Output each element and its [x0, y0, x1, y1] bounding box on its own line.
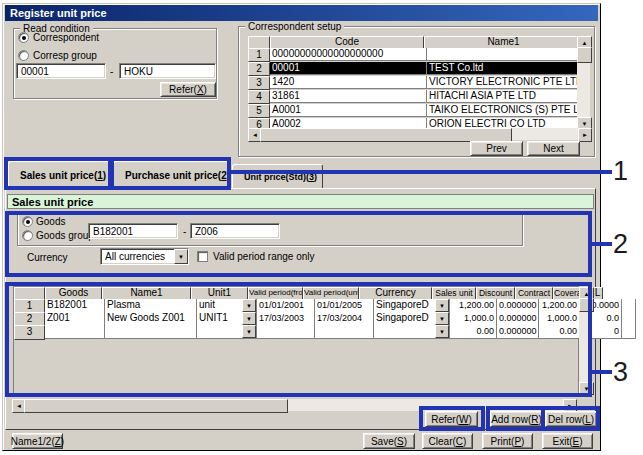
cell-l[interactable] — [622, 312, 636, 326]
code-name-separator: - — [110, 66, 113, 77]
cell-code[interactable]: A0001 — [270, 104, 427, 117]
annotation-label-3: 3 — [613, 359, 628, 386]
row-num: 6 — [248, 118, 270, 128]
annotation-line-3 — [590, 370, 612, 374]
cell-code[interactable]: 31861 — [270, 90, 427, 103]
vscroll-thumb[interactable] — [577, 47, 592, 63]
annotation-box-1a — [4, 157, 112, 190]
cell-code[interactable]: 00001 — [270, 62, 427, 75]
row-num: 4 — [248, 90, 270, 104]
corresp-group-radio[interactable] — [18, 50, 29, 61]
correspondent-radio[interactable] — [18, 32, 29, 43]
cell-name1[interactable]: TAIKO ELECTRONICS (S) PTE LTD — [427, 104, 577, 117]
cell-name1[interactable]: HITACHI ASIA PTE LTD — [427, 90, 577, 103]
screenshot-page: Register unit price Read condition Corre… — [0, 0, 643, 455]
row-num: 3 — [248, 76, 270, 90]
annotation-box-addrow — [486, 406, 545, 431]
section-header: Sales unit price — [7, 194, 594, 209]
name12-button[interactable]: Name1/2(Z) — [12, 433, 63, 449]
refer-x-button[interactable]: Refer(X) — [160, 82, 216, 97]
hscroll-thumb[interactable] — [260, 128, 512, 142]
correspondent-code-field[interactable]: 00001 — [16, 63, 106, 79]
scroll-right-icon[interactable]: ► — [578, 128, 592, 142]
window-title-bar[interactable]: Register unit price — [5, 5, 598, 21]
correspondent-vscrollbar[interactable]: ▲ ▼ — [577, 36, 590, 128]
correspondent-hscrollbar[interactable]: ◄ ► — [248, 128, 590, 140]
cell-name1[interactable]: ORION ELECTRI CO LTD — [427, 118, 577, 128]
next-button[interactable]: Next — [527, 141, 580, 156]
section-header-title: Sales unit price — [12, 196, 93, 208]
annotation-box-1b — [110, 157, 231, 190]
annotation-box-delrow — [541, 406, 600, 431]
correspondent-table-body: 1 00000000000000000000 2 00001 TEST Co.l… — [248, 48, 577, 128]
row-num: 5 — [248, 104, 270, 118]
annotation-line-1 — [229, 170, 612, 174]
save-button[interactable]: Save(S) — [363, 433, 415, 449]
table-row-selected[interactable]: 2 00001 TEST Co.ltd — [248, 62, 577, 76]
exit-button[interactable]: Exit(E) — [542, 433, 593, 449]
clear-button[interactable]: Clear(C) — [422, 433, 473, 449]
corresp-group-radio-label[interactable]: Corresp group — [33, 50, 97, 61]
correspondent-setup-label: Correspondent setup — [245, 21, 344, 32]
cell-code[interactable]: 00000000000000000000 — [270, 48, 427, 61]
cell-code[interactable]: 1420 — [270, 76, 427, 89]
window-title: Register unit price — [10, 7, 107, 19]
cell-name1[interactable]: VICTORY ELECTRONIC PTE LTD — [427, 76, 577, 89]
row-num: 1 — [248, 48, 270, 62]
print-button[interactable]: Print(P) — [482, 433, 533, 449]
table-row[interactable]: 3 1420 VICTORY ELECTRONIC PTE LTD — [248, 76, 577, 90]
correspondent-name-field[interactable]: HOKU — [119, 63, 216, 79]
radio-dot — [22, 36, 26, 40]
annotation-box-refer — [419, 406, 485, 431]
cell-code[interactable]: A0002 — [270, 118, 427, 128]
cell-name1[interactable]: TEST Co.ltd — [427, 62, 577, 75]
cell-l[interactable] — [622, 325, 636, 339]
annotation-label-1: 1 — [613, 158, 628, 185]
annotation-label-2: 2 — [613, 231, 628, 258]
table-row[interactable]: 5 A0001 TAIKO ELECTRONICS (S) PTE LTD — [248, 104, 577, 118]
tab-unit-price-std[interactable]: Unit price(Std)(3) — [232, 164, 323, 188]
cell-l[interactable] — [622, 299, 636, 313]
row-num: 2 — [248, 62, 270, 76]
prev-button[interactable]: Prev — [470, 141, 523, 156]
annotation-line-2 — [590, 242, 612, 246]
table-row[interactable]: 4 31861 HITACHI ASIA PTE LTD — [248, 90, 577, 104]
annotation-box-2 — [5, 211, 592, 277]
annotation-box-3 — [5, 282, 592, 397]
hscroll-thumb[interactable] — [24, 399, 288, 413]
table-row[interactable]: 1 00000000000000000000 — [248, 48, 577, 62]
cell-name1[interactable] — [427, 48, 577, 61]
table-row[interactable]: 6 A0002 ORION ELECTRI CO LTD — [248, 118, 577, 128]
correspondent-radio-label[interactable]: Correspondent — [33, 32, 99, 43]
